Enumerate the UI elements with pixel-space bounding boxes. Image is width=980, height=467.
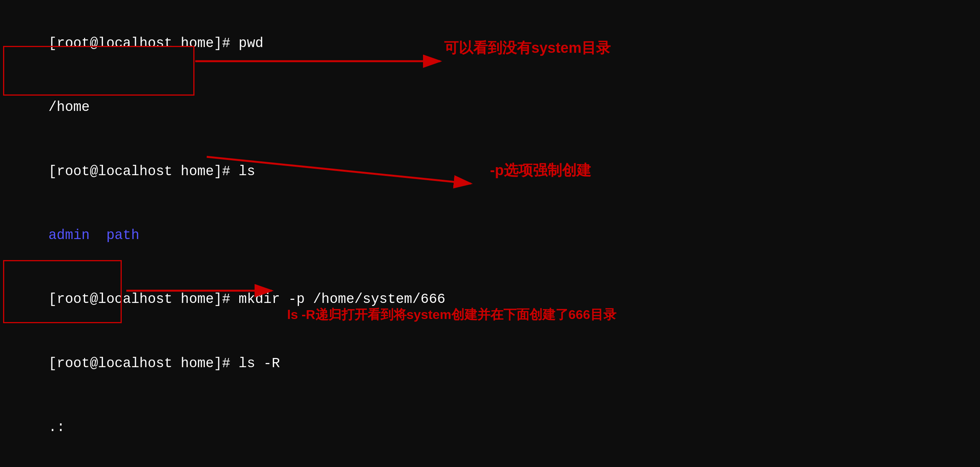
output-4: admin path [48, 228, 139, 243]
arrow-1 [191, 46, 459, 76]
annotation-3: ls -R递归打开看到将system创建并在下面创建了666目录 [287, 306, 616, 324]
svg-line-3 [207, 157, 471, 184]
annotation-2: -p选项强制创建 [490, 161, 591, 180]
arrow-2 [203, 149, 486, 195]
terminal-line-4: admin path [15, 203, 965, 267]
terminal-line-6: [root@localhost home]# ls -R [15, 332, 965, 395]
prompt-6: [root@localhost home]# ls -R [48, 356, 280, 371]
annotation-1: 可以看到没有system目录 [444, 38, 611, 58]
arrow-3 [122, 279, 283, 302]
terminal-line-8: admin path system [15, 460, 965, 467]
output-2: /home [48, 99, 90, 115]
terminal-line-7: .: [15, 395, 965, 459]
output-7: .: [48, 420, 65, 435]
terminal-line-2: /home [15, 75, 965, 139]
terminal-window: [root@localhost home]# pwd /home [root@l… [0, 0, 980, 467]
